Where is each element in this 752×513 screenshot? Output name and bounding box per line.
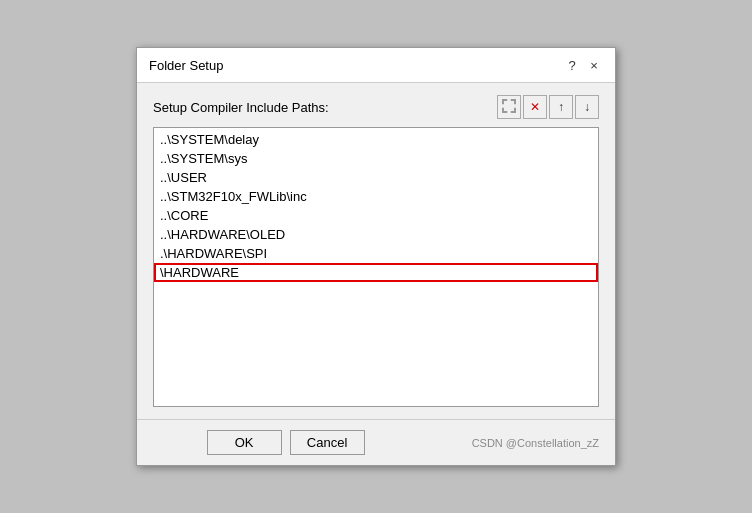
ok-button[interactable]: OK (207, 430, 282, 455)
dialog-body: Setup Compiler Include Paths: ..\SYSTEM\… (137, 83, 615, 419)
arrow-up-icon (558, 100, 564, 114)
paths-list[interactable]: ..\SYSTEM\delay..\SYSTEM\sys..\USER..\ST… (153, 127, 599, 407)
section-label: Setup Compiler Include Paths: (153, 100, 329, 115)
toolbar-icons (497, 95, 599, 119)
list-item[interactable]: ..\SYSTEM\sys (154, 149, 598, 168)
move-down-button[interactable] (575, 95, 599, 119)
list-item[interactable]: ..\HARDWARE\OLED (154, 225, 598, 244)
delete-path-button[interactable] (523, 95, 547, 119)
list-item[interactable]: ..\CORE (154, 206, 598, 225)
list-item[interactable]: .\HARDWARE\SPI (154, 244, 598, 263)
folder-setup-dialog: Folder Setup ? × Setup Compiler Include … (136, 47, 616, 466)
help-button[interactable]: ? (563, 56, 581, 74)
list-item[interactable]: ..\SYSTEM\delay (154, 130, 598, 149)
title-bar-controls: ? × (563, 56, 603, 74)
list-item[interactable]: ..\USER (154, 168, 598, 187)
move-up-button[interactable] (549, 95, 573, 119)
close-button[interactable]: × (585, 56, 603, 74)
list-item[interactable]: \HARDWARE (154, 263, 598, 282)
dialog-footer: OK Cancel CSDN @Constellation_zZ (137, 419, 615, 465)
section-header: Setup Compiler Include Paths: (153, 95, 599, 119)
dialog-title: Folder Setup (149, 58, 223, 73)
add-icon (502, 99, 516, 116)
list-item[interactable]: ..\STM32F10x_FWLib\inc (154, 187, 598, 206)
add-path-button[interactable] (497, 95, 521, 119)
footer-buttons: OK Cancel (207, 430, 365, 455)
watermark: CSDN @Constellation_zZ (472, 437, 599, 449)
delete-icon (530, 100, 540, 114)
arrow-down-icon (584, 100, 590, 114)
title-bar: Folder Setup ? × (137, 48, 615, 83)
cancel-button[interactable]: Cancel (290, 430, 365, 455)
